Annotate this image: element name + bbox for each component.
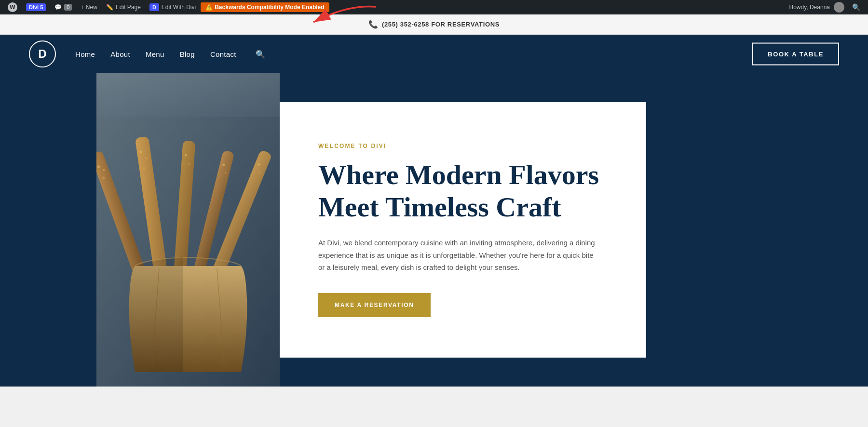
user-avatar <box>834 2 844 13</box>
hero-content: WELCOME TO DIVI Where Modern Flavors Mee… <box>280 102 646 358</box>
phone-number: (255) 352-6258 FOR RESERVATIONS <box>382 21 500 28</box>
new-item[interactable]: + New <box>77 0 101 14</box>
logo-letter: D <box>38 47 46 61</box>
nav-contact[interactable]: Contact <box>210 50 236 58</box>
phone-icon: 📞 <box>368 20 378 29</box>
nav-home[interactable]: Home <box>75 50 95 58</box>
adminbar-search-icon[interactable]: 🔍 <box>848 3 864 11</box>
nav-menu[interactable]: Menu <box>146 50 164 58</box>
adminbar-right: Howdy, Deanna 🔍 <box>789 2 865 13</box>
welcome-label: WELCOME TO DIVI <box>318 143 608 149</box>
comments-count: 0 <box>64 4 72 11</box>
edit-page-label: Edit Page <box>116 4 141 11</box>
edit-with-divi-item[interactable]: D Edit With Divi <box>146 0 200 14</box>
main-navigation: D Home About Menu Blog Contact 🔍 BOOK A … <box>0 35 868 73</box>
edit-page-item[interactable]: ✏️ Edit Page <box>102 0 145 14</box>
divi-badge: Divi 5 <box>26 3 46 11</box>
site-logo[interactable]: D <box>29 40 56 67</box>
pencil-icon: ✏️ <box>106 4 113 11</box>
nav-links: Home About Menu Blog Contact 🔍 <box>75 50 839 59</box>
hero-image <box>96 73 280 387</box>
book-table-button[interactable]: BOOK A TABLE <box>752 43 839 66</box>
comment-icon: 💬 <box>54 4 62 11</box>
wp-logo-icon: W <box>8 2 17 12</box>
compat-badge[interactable]: ⚠️ Backwards Compatibility Mode Enabled <box>201 2 329 12</box>
hero-title: Where Modern Flavors Meet Timeless Craft <box>318 159 608 223</box>
howdy-label: Howdy, Deanna <box>789 4 830 11</box>
warning-icon: ⚠️ <box>205 4 212 11</box>
reservation-button[interactable]: MAKE A RESERVATION <box>318 293 431 317</box>
divi-d-badge: D <box>149 3 159 11</box>
divi-version-item[interactable]: Divi 5 <box>22 0 50 14</box>
comments-item[interactable]: 💬 0 <box>51 0 76 14</box>
nav-search-icon[interactable]: 🔍 <box>256 50 265 59</box>
edit-with-divi-label: Edit With Divi <box>162 4 196 11</box>
nav-about[interactable]: About <box>110 50 130 58</box>
wp-logo-item[interactable]: W <box>4 0 21 14</box>
breadstick-illustration <box>96 117 280 387</box>
admin-bar: W Divi 5 💬 0 + New ✏️ Edit Page D Edit W… <box>0 0 868 14</box>
compat-label: Backwards Compatibility Mode Enabled <box>215 4 324 11</box>
hero-section: WELCOME TO DIVI Where Modern Flavors Mee… <box>0 73 868 387</box>
phone-bar: 📞 (255) 352-6258 FOR RESERVATIONS <box>0 14 868 35</box>
hero-description: At Divi, we blend contemporary cuisine w… <box>318 237 598 274</box>
food-photo <box>96 73 280 387</box>
new-label: + New <box>81 4 97 11</box>
nav-blog[interactable]: Blog <box>180 50 195 58</box>
